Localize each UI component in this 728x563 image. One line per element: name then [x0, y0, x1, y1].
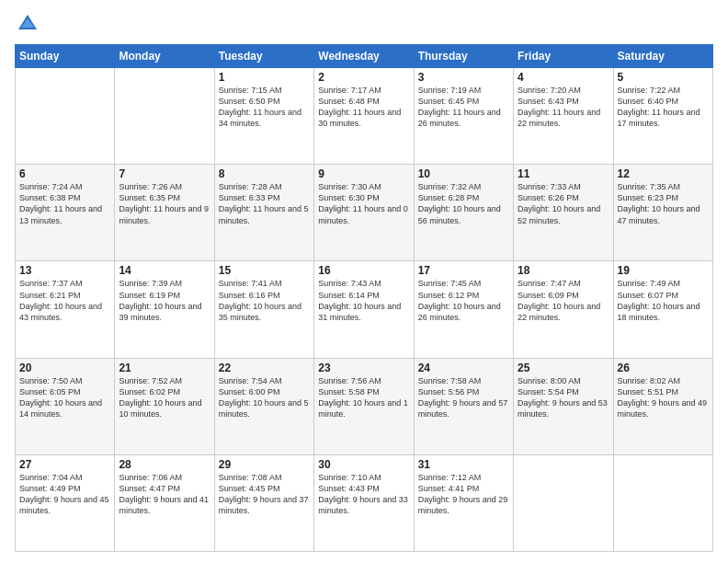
day-number: 3	[418, 71, 509, 84]
calendar-cell: 12Sunrise: 7:35 AMSunset: 6:23 PMDayligh…	[613, 165, 712, 261]
calendar-cell: 6Sunrise: 7:24 AMSunset: 6:38 PMDaylight…	[16, 165, 115, 261]
cell-details: Sunrise: 7:43 AMSunset: 6:14 PMDaylight:…	[318, 279, 401, 321]
day-number: 24	[418, 362, 509, 374]
day-number: 28	[119, 458, 210, 471]
day-number: 10	[418, 167, 509, 180]
weekday-header-friday: Friday	[514, 45, 613, 68]
day-number: 1	[219, 71, 310, 84]
day-number: 5	[618, 71, 709, 84]
day-number: 15	[219, 264, 310, 277]
week-row-1: 1Sunrise: 7:15 AMSunset: 6:50 PMDaylight…	[16, 68, 713, 165]
cell-details: Sunrise: 7:39 AMSunset: 6:19 PMDaylight:…	[119, 279, 201, 321]
calendar-cell: 11Sunrise: 7:33 AMSunset: 6:26 PMDayligh…	[514, 165, 613, 261]
cell-details: Sunrise: 8:02 AMSunset: 5:51 PMDaylight:…	[618, 376, 708, 419]
cell-details: Sunrise: 7:32 AMSunset: 6:28 PMDaylight:…	[418, 182, 501, 224]
day-number: 4	[518, 71, 609, 84]
calendar-cell: 24Sunrise: 7:58 AMSunset: 5:56 PMDayligh…	[414, 358, 513, 454]
calendar-cell: 25Sunrise: 8:00 AMSunset: 5:54 PMDayligh…	[514, 358, 613, 454]
calendar-cell: 23Sunrise: 7:56 AMSunset: 5:58 PMDayligh…	[314, 358, 414, 454]
cell-details: Sunrise: 7:58 AMSunset: 5:56 PMDaylight:…	[418, 376, 508, 419]
cell-details: Sunrise: 7:35 AMSunset: 6:23 PMDaylight:…	[618, 182, 700, 224]
day-number: 23	[318, 362, 409, 374]
cell-details: Sunrise: 7:45 AMSunset: 6:12 PMDaylight:…	[418, 279, 501, 321]
day-number: 16	[318, 264, 409, 277]
week-row-3: 13Sunrise: 7:37 AMSunset: 6:21 PMDayligh…	[16, 261, 713, 358]
cell-details: Sunrise: 7:54 AMSunset: 6:00 PMDaylight:…	[219, 376, 309, 419]
day-number: 26	[618, 362, 709, 374]
cell-details: Sunrise: 7:20 AMSunset: 6:43 PMDaylight:…	[518, 86, 600, 128]
calendar-cell: 16Sunrise: 7:43 AMSunset: 6:14 PMDayligh…	[314, 261, 414, 358]
day-number: 9	[318, 167, 409, 180]
calendar-cell: 15Sunrise: 7:41 AMSunset: 6:16 PMDayligh…	[214, 261, 313, 358]
calendar-cell: 10Sunrise: 7:32 AMSunset: 6:28 PMDayligh…	[414, 165, 513, 261]
weekday-header-thursday: Thursday	[414, 45, 513, 68]
day-number: 29	[219, 458, 310, 471]
day-number: 20	[19, 362, 110, 374]
header	[15, 11, 713, 37]
cell-details: Sunrise: 7:22 AMSunset: 6:40 PMDaylight:…	[618, 86, 700, 128]
day-number: 18	[518, 264, 609, 277]
calendar-cell	[16, 68, 115, 165]
week-row-4: 20Sunrise: 7:50 AMSunset: 6:05 PMDayligh…	[16, 358, 713, 454]
calendar-cell: 22Sunrise: 7:54 AMSunset: 6:00 PMDayligh…	[214, 358, 313, 454]
calendar-cell: 3Sunrise: 7:19 AMSunset: 6:45 PMDaylight…	[414, 68, 513, 165]
weekday-header-tuesday: Tuesday	[214, 45, 313, 68]
calendar-cell: 30Sunrise: 7:10 AMSunset: 4:43 PMDayligh…	[314, 454, 414, 551]
cell-details: Sunrise: 7:04 AMSunset: 4:49 PMDaylight:…	[19, 473, 109, 515]
cell-details: Sunrise: 7:41 AMSunset: 6:16 PMDaylight:…	[219, 279, 301, 321]
cell-details: Sunrise: 7:12 AMSunset: 4:41 PMDaylight:…	[418, 473, 508, 515]
day-number: 22	[219, 362, 310, 374]
cell-details: Sunrise: 7:15 AMSunset: 6:50 PMDaylight:…	[219, 86, 301, 128]
cell-details: Sunrise: 7:52 AMSunset: 6:02 PMDaylight:…	[119, 376, 201, 419]
cell-details: Sunrise: 7:06 AMSunset: 4:47 PMDaylight:…	[119, 473, 209, 515]
week-row-5: 27Sunrise: 7:04 AMSunset: 4:49 PMDayligh…	[16, 454, 713, 551]
cell-details: Sunrise: 7:26 AMSunset: 6:35 PMDaylight:…	[119, 182, 209, 224]
weekday-header-monday: Monday	[115, 45, 214, 68]
page: SundayMondayTuesdayWednesdayThursdayFrid…	[0, 0, 728, 563]
calendar-cell: 8Sunrise: 7:28 AMSunset: 6:33 PMDaylight…	[214, 165, 313, 261]
day-number: 12	[618, 167, 709, 180]
cell-details: Sunrise: 7:24 AMSunset: 6:38 PMDaylight:…	[19, 182, 102, 224]
weekday-header-sunday: Sunday	[16, 45, 115, 68]
cell-details: Sunrise: 7:33 AMSunset: 6:26 PMDaylight:…	[518, 182, 600, 224]
cell-details: Sunrise: 7:17 AMSunset: 6:48 PMDaylight:…	[318, 86, 401, 128]
weekday-header-saturday: Saturday	[613, 45, 712, 68]
calendar-cell: 17Sunrise: 7:45 AMSunset: 6:12 PMDayligh…	[414, 261, 513, 358]
calendar-cell: 2Sunrise: 7:17 AMSunset: 6:48 PMDaylight…	[314, 68, 414, 165]
calendar-cell: 14Sunrise: 7:39 AMSunset: 6:19 PMDayligh…	[115, 261, 214, 358]
day-number: 11	[518, 167, 609, 180]
cell-details: Sunrise: 7:56 AMSunset: 5:58 PMDaylight:…	[318, 376, 408, 419]
cell-details: Sunrise: 7:08 AMSunset: 4:45 PMDaylight:…	[219, 473, 309, 515]
calendar-table: SundayMondayTuesdayWednesdayThursdayFrid…	[15, 44, 713, 552]
cell-details: Sunrise: 7:49 AMSunset: 6:07 PMDaylight:…	[618, 279, 700, 321]
calendar-cell: 31Sunrise: 7:12 AMSunset: 4:41 PMDayligh…	[414, 454, 513, 551]
calendar-cell: 19Sunrise: 7:49 AMSunset: 6:07 PMDayligh…	[613, 261, 712, 358]
day-number: 8	[219, 167, 310, 180]
logo	[15, 11, 44, 37]
day-number: 25	[518, 362, 609, 374]
day-number: 6	[19, 167, 110, 180]
day-number: 19	[618, 264, 709, 277]
week-row-2: 6Sunrise: 7:24 AMSunset: 6:38 PMDaylight…	[16, 165, 713, 261]
day-number: 17	[418, 264, 509, 277]
cell-details: Sunrise: 7:50 AMSunset: 6:05 PMDaylight:…	[19, 376, 102, 419]
calendar-cell	[115, 68, 214, 165]
weekday-header-row: SundayMondayTuesdayWednesdayThursdayFrid…	[16, 45, 713, 68]
calendar-cell: 29Sunrise: 7:08 AMSunset: 4:45 PMDayligh…	[214, 454, 313, 551]
calendar-cell: 26Sunrise: 8:02 AMSunset: 5:51 PMDayligh…	[613, 358, 712, 454]
calendar-cell: 7Sunrise: 7:26 AMSunset: 6:35 PMDaylight…	[115, 165, 214, 261]
logo-icon	[15, 11, 40, 37]
cell-details: Sunrise: 7:28 AMSunset: 6:33 PMDaylight:…	[219, 182, 309, 224]
calendar-cell: 21Sunrise: 7:52 AMSunset: 6:02 PMDayligh…	[115, 358, 214, 454]
day-number: 31	[418, 458, 509, 471]
calendar-cell: 9Sunrise: 7:30 AMSunset: 6:30 PMDaylight…	[314, 165, 414, 261]
calendar-cell: 18Sunrise: 7:47 AMSunset: 6:09 PMDayligh…	[514, 261, 613, 358]
calendar-cell	[514, 454, 613, 551]
day-number: 14	[119, 264, 210, 277]
cell-details: Sunrise: 7:10 AMSunset: 4:43 PMDaylight:…	[318, 473, 408, 515]
calendar-cell: 20Sunrise: 7:50 AMSunset: 6:05 PMDayligh…	[16, 358, 115, 454]
calendar-cell	[613, 454, 712, 551]
calendar-cell: 4Sunrise: 7:20 AMSunset: 6:43 PMDaylight…	[514, 68, 613, 165]
cell-details: Sunrise: 7:47 AMSunset: 6:09 PMDaylight:…	[518, 279, 600, 321]
calendar-cell: 28Sunrise: 7:06 AMSunset: 4:47 PMDayligh…	[115, 454, 214, 551]
